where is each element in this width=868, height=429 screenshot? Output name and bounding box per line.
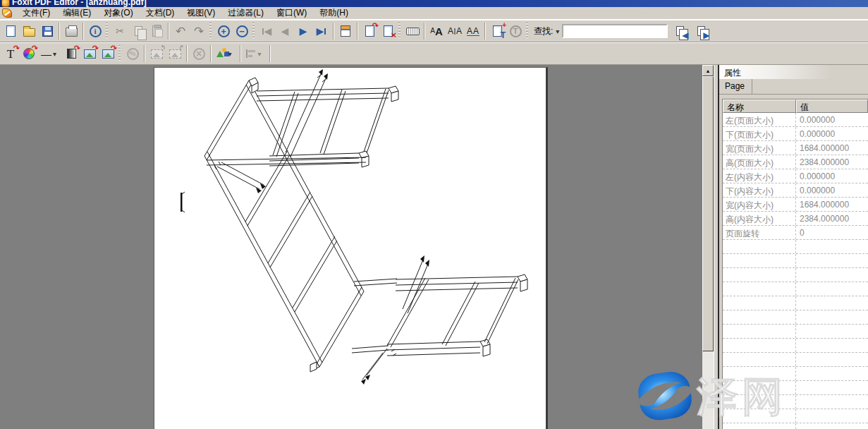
tab-page[interactable]: Page [719, 79, 752, 94]
divider-bar [454, 28, 456, 35]
separator [484, 23, 486, 40]
add-image-button[interactable]: ↷ [99, 45, 117, 62]
scroll-up-button[interactable]: ▲ [702, 65, 714, 76]
column-header-value[interactable]: 值 [796, 99, 868, 113]
menu-bar: 文件(F) 编辑(E) 对象(O) 文档(D) 视图(V) 过滤器(L) 窗口(… [0, 7, 868, 20]
scrollbar-thumb[interactable] [702, 76, 714, 351]
cut-button[interactable]: ✂ [111, 23, 129, 40]
document-page[interactable] [154, 67, 548, 429]
property-row[interactable]: 宽(页面大小)1684.000000 [723, 141, 868, 155]
menu-edit[interactable]: 编辑(E) [56, 6, 97, 20]
property-value[interactable]: 2384.000000 [796, 155, 868, 169]
toolbar-gripper[interactable] [252, 23, 255, 40]
add-text-object-button[interactable]: T↷ [1, 45, 20, 62]
first-page-button[interactable]: ◀ [257, 23, 276, 40]
next-page-button[interactable]: ▶ [294, 23, 312, 40]
property-name: 宽(内容大小) [723, 198, 796, 211]
menu-help[interactable]: 帮助(H) [313, 6, 355, 20]
align-button[interactable]: ▾ [243, 45, 267, 62]
font-embed-button[interactable]: AA [427, 23, 446, 40]
save-button[interactable] [38, 23, 56, 40]
open-button[interactable] [20, 23, 38, 40]
column-header-name[interactable]: 名称 [723, 99, 796, 113]
toolbar-gripper[interactable] [526, 23, 528, 40]
separator [424, 23, 425, 40]
property-row[interactable]: 高(内容大小)2384.000000 [723, 212, 868, 226]
redo-button[interactable]: ↷ [190, 23, 208, 40]
property-value[interactable]: 2384.000000 [796, 212, 868, 225]
last-page-button[interactable]: ▶ [312, 23, 331, 40]
property-value[interactable]: 1684.000000 [796, 141, 868, 155]
menu-filter[interactable]: 过滤器(L) [221, 6, 270, 20]
zoom-in-button[interactable]: + [214, 23, 233, 40]
add-color-object-button[interactable]: ↷ [20, 45, 38, 62]
find-previous-button[interactable]: ◀ [671, 23, 689, 40]
property-row[interactable]: 宽(内容大小)1684.000000 [723, 198, 868, 212]
property-row[interactable]: 左(内容大小)0.000000 [723, 169, 868, 183]
property-value[interactable]: 1684.000000 [796, 198, 868, 211]
property-row[interactable]: 左(页面大小)0.000000 [723, 113, 868, 127]
property-value[interactable]: 0.000000 [796, 183, 868, 197]
find-input[interactable] [562, 24, 668, 38]
toolbar-gripper[interactable] [209, 23, 212, 40]
menu-view[interactable]: 视图(V) [181, 6, 221, 20]
find-dropdown-caret-icon[interactable]: ▾ [556, 28, 559, 35]
property-row[interactable]: 下(内容大小)0.000000 [723, 183, 868, 198]
new-button[interactable] [1, 23, 20, 40]
group-front-button[interactable]: ↱ [166, 45, 184, 62]
toolbar-gripper[interactable] [398, 23, 401, 40]
delete-object-button[interactable]: × [190, 45, 208, 62]
separator [144, 45, 145, 62]
paste-button[interactable] [147, 23, 166, 40]
property-value[interactable]: 0.000000 [796, 169, 868, 183]
panel-caption[interactable]: 属性 [719, 65, 868, 79]
add-shading-button[interactable]: ↷ [62, 45, 80, 62]
prev-page-icon: ◀ [281, 26, 289, 36]
toolbar-objects: T↷ ↷ —▾ ↷ ↷ ↷ ✎ ↰ ↱ × ▾ ▾ [0, 42, 868, 65]
delete-page-button[interactable]: × [379, 23, 397, 40]
menu-object[interactable]: 对象(O) [97, 6, 139, 20]
document-icon[interactable] [2, 8, 12, 18]
property-row[interactable]: 页面旋转0 [723, 226, 868, 240]
text-circle-button[interactable]: T [506, 23, 525, 40]
insert-page-button[interactable]: ↷ [360, 23, 379, 40]
shapes-button[interactable]: ▾ [214, 45, 238, 62]
property-row[interactable]: 下(页面大小)0.000000 [723, 127, 868, 141]
copy-button[interactable] [129, 23, 147, 40]
font-match-button[interactable]: AA [446, 23, 464, 40]
property-row[interactable]: 高(页面大小)2384.000000 [723, 155, 868, 169]
info-button[interactable]: i [86, 23, 104, 40]
menu-document[interactable]: 文档(D) [140, 6, 181, 20]
save-floppy-icon [42, 26, 53, 37]
group-back-button[interactable]: ↰ [147, 45, 166, 62]
add-text-button[interactable]: T+ [488, 23, 506, 40]
printer-icon [66, 28, 78, 37]
new-page-icon [6, 25, 16, 37]
zoom-out-icon: − [236, 25, 248, 37]
keyboard-button[interactable] [403, 23, 422, 40]
property-value[interactable]: 0.000000 [796, 127, 868, 140]
toolbar-gripper[interactable] [118, 45, 121, 62]
menu-file[interactable]: 文件(F) [16, 6, 56, 20]
empty-row [723, 353, 868, 367]
property-value[interactable]: 0.000000 [796, 113, 868, 126]
edit-shape-button[interactable]: ✎ [123, 45, 142, 62]
grid-header: 名称 值 [723, 99, 868, 113]
vertical-scrollbar[interactable]: ▲ [702, 65, 714, 429]
line-style-button[interactable]: —▾ [38, 45, 62, 62]
font-spacing-button[interactable]: AA [464, 23, 482, 40]
menu-window[interactable]: 窗口(W) [270, 6, 313, 20]
empty-row [723, 268, 868, 282]
toolbar-gripper[interactable] [106, 23, 108, 40]
separator [186, 45, 188, 62]
find-next-arrow-icon: ▶ [703, 31, 709, 40]
print-button[interactable] [62, 23, 80, 40]
empty-row [723, 240, 868, 254]
undo-button[interactable]: ↶ [171, 23, 190, 40]
property-value[interactable]: 0 [796, 226, 868, 239]
edit-image-button[interactable]: ↷ [80, 45, 99, 62]
prev-page-button[interactable]: ◀ [276, 23, 294, 40]
page-thumbnail-button[interactable] [336, 23, 355, 40]
find-next-button[interactable]: ▶ [692, 23, 710, 40]
zoom-out-button[interactable]: − [233, 23, 251, 40]
